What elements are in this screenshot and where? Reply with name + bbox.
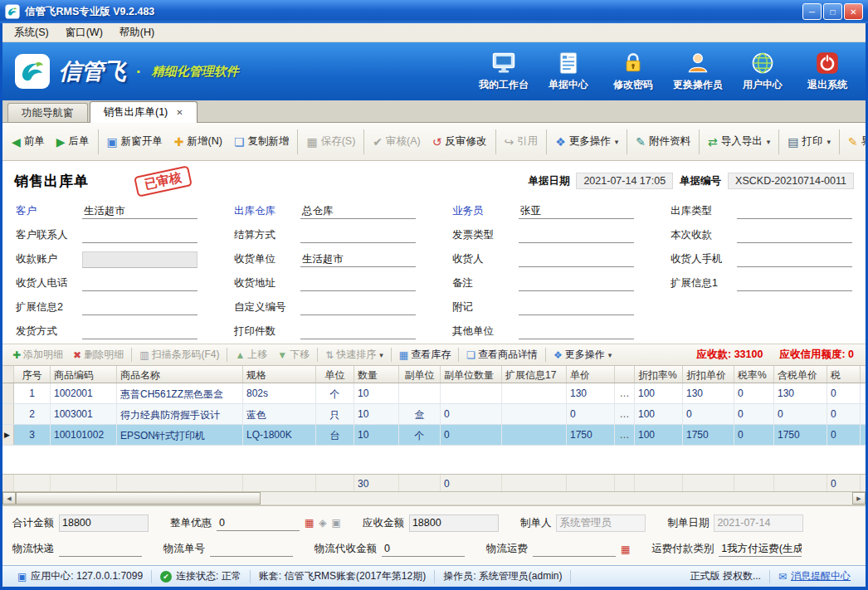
- grid-column-header[interactable]: 折扣单价: [683, 366, 734, 383]
- banner-action-change-password[interactable]: 修改密码: [603, 51, 663, 92]
- row-ellipsis-button[interactable]: …: [615, 383, 635, 403]
- grid-cell[interactable]: 盒: [399, 404, 441, 424]
- toolbar-button-add-new[interactable]: ✚新增(N): [168, 129, 228, 154]
- grid-column-header[interactable]: 副单位: [399, 366, 441, 383]
- field-value[interactable]: [82, 275, 197, 291]
- maximize-button[interactable]: □: [823, 3, 842, 20]
- footer-field-value[interactable]: 1我方付运费(生成运...: [719, 541, 802, 557]
- toolbar-button-save[interactable]: ▦保存(S): [300, 129, 361, 154]
- grid-column-header[interactable]: 单位: [316, 366, 354, 383]
- grid-cell[interactable]: 100: [635, 404, 683, 424]
- grid-cell[interactable]: 个: [399, 425, 441, 445]
- scrollbar-thumb[interactable]: [16, 492, 261, 505]
- grid-column-header[interactable]: 含税单价: [774, 366, 827, 383]
- field-value[interactable]: [737, 275, 852, 291]
- grid-cell[interactable]: [441, 383, 502, 403]
- discount-share-icon[interactable]: ▣: [332, 518, 341, 528]
- field-value[interactable]: [519, 251, 634, 267]
- grid-column-header[interactable]: 数量: [354, 366, 399, 383]
- field-value[interactable]: [300, 227, 416, 243]
- table-row[interactable]: 11002001惠普CH561ZZ黑色墨盒802s个10130…10013001…: [2, 383, 866, 404]
- menu-item[interactable]: 窗口(W): [57, 23, 111, 42]
- grid-cell[interactable]: 1: [14, 383, 51, 403]
- grid-column-header[interactable]: [615, 366, 635, 383]
- scroll-left-icon[interactable]: ◀: [2, 492, 16, 505]
- detail-button-stock[interactable]: ▦查看库存: [394, 345, 456, 364]
- tab-active[interactable]: 销售出库单(1)✕: [90, 101, 197, 123]
- banner-action-exit-system[interactable]: 退出系统: [797, 51, 857, 92]
- grid-cell[interactable]: 1003001: [51, 404, 117, 424]
- detail-button-more-ops[interactable]: ❖更多操作▾: [549, 345, 617, 364]
- grid-cell[interactable]: 0: [734, 383, 774, 403]
- grid-cell[interactable]: 10: [354, 404, 399, 424]
- toolbar-button-import-export[interactable]: ⇄导入导出▾: [702, 129, 776, 154]
- footer-field-value[interactable]: [533, 541, 616, 557]
- footer-field-value[interactable]: [210, 541, 293, 557]
- grid-cell[interactable]: 130: [683, 383, 734, 403]
- grid-cell[interactable]: 0: [827, 425, 861, 445]
- minimize-button[interactable]: ─: [802, 3, 822, 20]
- field-value[interactable]: 总仓库: [300, 203, 416, 219]
- toolbar-button-new-window[interactable]: ▣新窗开单: [101, 129, 168, 154]
- grid-cell[interactable]: 个: [316, 383, 354, 403]
- grid-cell[interactable]: 0: [734, 404, 774, 424]
- grid-cell[interactable]: 0: [827, 383, 861, 403]
- grid-column-header[interactable]: 序号: [14, 366, 51, 383]
- close-button[interactable]: ✕: [844, 3, 863, 20]
- grid-cell[interactable]: 惠普CH561ZZ黑色墨盒: [117, 383, 243, 403]
- grid-cell[interactable]: [502, 404, 567, 424]
- banner-action-workbench[interactable]: 我的工作台: [474, 51, 534, 92]
- banner-action-user-center[interactable]: 用户中心: [733, 51, 792, 92]
- field-value[interactable]: [737, 251, 852, 267]
- grid-cell[interactable]: 1002001: [51, 383, 117, 403]
- field-value[interactable]: [82, 324, 197, 339]
- detail-button-add-row[interactable]: ✚添加明细: [7, 345, 68, 364]
- grid-cell[interactable]: 130: [567, 383, 615, 403]
- toolbar-button-print[interactable]: ▤打印▾: [782, 129, 836, 154]
- scrollbar-track[interactable]: [16, 492, 852, 505]
- footer-field-value[interactable]: 0: [382, 541, 465, 557]
- field-value[interactable]: 生活超市: [82, 203, 197, 219]
- grid-cell[interactable]: 3: [14, 425, 51, 445]
- grid-cell[interactable]: 10: [354, 425, 399, 445]
- grid-column-header[interactable]: 商品编码: [51, 366, 117, 383]
- field-value[interactable]: [300, 275, 416, 291]
- grid-column-header[interactable]: 税率%: [734, 366, 774, 383]
- grid-column-header[interactable]: 副单位数量: [441, 366, 502, 383]
- field-value[interactable]: [519, 227, 634, 243]
- grid-cell[interactable]: 100101002: [51, 425, 117, 445]
- toolbar-button-audit[interactable]: ✔审核(A): [367, 129, 426, 154]
- banner-action-document-center[interactable]: 单据中心: [539, 51, 598, 92]
- toolbar-button-next-doc[interactable]: ▶后单: [51, 129, 95, 154]
- toolbar-button-ui-design[interactable]: ✎界面设计▾: [842, 129, 866, 154]
- grid-cell[interactable]: 2: [14, 404, 51, 424]
- freight-calc-icon[interactable]: ▦: [621, 544, 630, 554]
- grid-column-header[interactable]: 商品名称: [117, 366, 243, 383]
- grid-column-header[interactable]: 规格: [243, 366, 316, 383]
- detail-button-sort[interactable]: ⇅快速排序▾: [320, 345, 388, 364]
- banner-action-switch-operator[interactable]: 更换操作员: [668, 51, 728, 92]
- grid-cell[interactable]: [399, 383, 441, 403]
- grid-cell[interactable]: 蓝色: [243, 404, 316, 424]
- row-ellipsis-button[interactable]: …: [615, 404, 635, 424]
- grid-cell[interactable]: [502, 425, 567, 445]
- grid-cell[interactable]: 0: [441, 404, 502, 424]
- grid-cell[interactable]: 0: [683, 404, 734, 424]
- grid-cell[interactable]: 0: [827, 404, 861, 424]
- scroll-right-icon[interactable]: ▶: [852, 492, 866, 505]
- field-value[interactable]: [82, 300, 197, 315]
- grid-cell[interactable]: 1750: [683, 425, 734, 445]
- grid-column-header[interactable]: 单价: [567, 366, 615, 383]
- grid-cell[interactable]: 只: [316, 404, 354, 424]
- detail-button-product-detail[interactable]: ❏查看商品详情: [461, 345, 543, 364]
- toolbar-button-unaudit[interactable]: ↺反审修改: [427, 129, 493, 154]
- toolbar-button-attachment[interactable]: ✎附件资料: [630, 129, 696, 154]
- grid-cell[interactable]: 130: [774, 383, 827, 403]
- grid-cell[interactable]: 100: [635, 383, 683, 403]
- grid-cell[interactable]: 100: [635, 425, 683, 445]
- grid-cell[interactable]: EPSON针式打印机: [117, 425, 243, 445]
- grid-cell[interactable]: 台: [316, 425, 354, 445]
- field-value[interactable]: 张亚: [519, 203, 634, 219]
- footer-field-value[interactable]: [59, 541, 142, 557]
- field-value[interactable]: [300, 324, 416, 339]
